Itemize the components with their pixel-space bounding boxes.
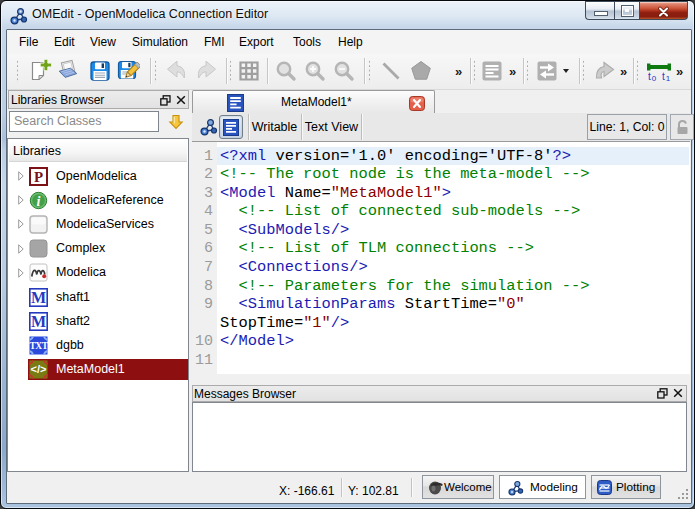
svg-text:P: P [34, 168, 43, 184]
svg-text:M: M [31, 288, 46, 305]
svg-text:0: 0 [652, 74, 657, 83]
svg-text:M: M [31, 312, 46, 329]
svg-text:1: 1 [666, 74, 671, 83]
svg-text:TXT: TXT [29, 340, 48, 350]
svg-text:</>: </> [31, 363, 47, 375]
svg-text:i: i [37, 193, 41, 208]
svg-text:t: t [648, 71, 651, 82]
svg-text:t: t [662, 71, 665, 82]
